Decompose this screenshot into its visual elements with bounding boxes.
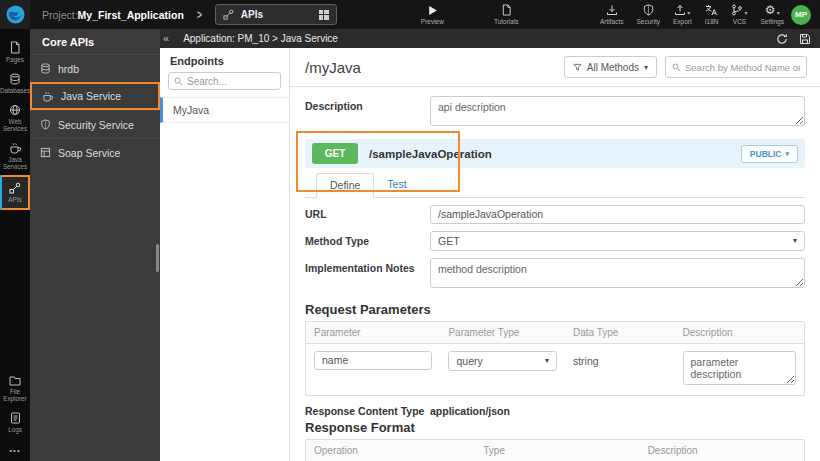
preview-label: Preview <box>421 18 444 25</box>
search-icon <box>174 77 183 86</box>
core-api-item-label: hrdb <box>58 63 79 75</box>
tutorials-button[interactable]: Tutorials <box>494 4 519 25</box>
column-header: Type <box>475 440 639 461</box>
table-row: query ▾ string parameter description <box>306 344 804 395</box>
more-icon[interactable]: ••• <box>9 438 20 461</box>
gear-icon: ⚙ <box>765 4 776 16</box>
refresh-icon[interactable] <box>776 33 788 45</box>
security-button[interactable]: Security <box>636 4 659 25</box>
topbar-tools: Artifacts Security ▾ Export I18N <box>600 4 784 25</box>
top-bar: Project:My_First_Application > APIs Prev… <box>0 0 820 29</box>
sidebar-item-apis[interactable]: APIs <box>0 175 30 210</box>
sidebar-item-logs[interactable]: Logs <box>0 407 30 438</box>
parameter-description-textarea[interactable]: parameter description <box>683 351 796 385</box>
method-type-row: Method Type GET ▾ <box>290 231 820 251</box>
main-content: /myJava All Methods ▾ Description api de… <box>290 48 820 461</box>
core-api-item-java-service[interactable]: Java Service <box>30 82 160 110</box>
core-api-item-label: Java Service <box>61 90 121 102</box>
play-icon <box>427 5 438 16</box>
security-label: Security <box>636 18 659 25</box>
implementation-notes-row: Implementation Notes method description <box>290 258 820 292</box>
core-api-item-soap-service[interactable]: Soap Service <box>30 138 160 166</box>
column-header: Operation <box>306 440 475 461</box>
parameter-name-input[interactable] <box>314 351 432 370</box>
translate-icon <box>705 4 718 16</box>
document-icon <box>501 4 512 16</box>
shield-icon <box>643 4 654 16</box>
sidebar-bottom-group: File Explorer Logs ••• <box>0 370 30 461</box>
implementation-notes-label: Implementation Notes <box>305 258 430 274</box>
apis-workspace-tab[interactable]: APIs <box>215 4 337 25</box>
core-api-item-hrdb[interactable]: hrdb <box>30 54 160 82</box>
upload-icon <box>674 4 686 16</box>
core-apis-panel: Core APIs hrdb Java Service Security Ser… <box>30 29 160 461</box>
response-content-type-row: Response Content Type application/json <box>290 405 820 417</box>
project-title: Project:My_First_Application <box>42 9 184 21</box>
artifacts-label: Artifacts <box>600 18 623 25</box>
database-icon <box>40 63 51 74</box>
endpoints-search-input[interactable] <box>187 76 275 87</box>
caret-down-icon: ▾ <box>644 63 648 72</box>
method-type-value: GET <box>438 235 460 247</box>
preview-button[interactable]: Preview <box>421 5 444 25</box>
description-textarea[interactable]: api description <box>430 96 805 126</box>
caret-down-icon: ▾ <box>793 236 797 245</box>
core-apis-scrollbar[interactable] <box>156 244 159 272</box>
method-search-input[interactable] <box>685 62 800 73</box>
page-title: /myJava <box>305 59 564 76</box>
parameter-type-select[interactable]: query ▾ <box>448 351 557 371</box>
download-icon <box>606 4 618 16</box>
request-parameters-table: Parameter Parameter Type Data Type Descr… <box>305 321 805 396</box>
endpoints-title: Endpoints <box>160 48 289 72</box>
response-format-table: Operation Type Description sampleJavaOpe… <box>305 439 805 461</box>
vcs-label: VCS <box>733 18 746 25</box>
method-type-select[interactable]: GET ▾ <box>430 231 805 251</box>
collapse-panel-icon[interactable]: « <box>163 33 169 44</box>
caret-down-icon: ▾ <box>785 150 789 158</box>
settings-label: Settings <box>761 18 785 25</box>
endpoint-item-myjava[interactable]: MyJava <box>160 97 289 123</box>
api-icon <box>223 9 234 20</box>
tab-define[interactable]: Define <box>316 173 374 198</box>
coffee-icon <box>9 142 22 154</box>
i18n-button[interactable]: I18N <box>705 4 719 25</box>
caret-down-icon: ▾ <box>545 356 549 365</box>
sidebar-item-pages[interactable]: Pages <box>0 36 30 68</box>
url-row: URL <box>290 204 820 224</box>
url-input[interactable] <box>430 205 805 224</box>
wavemaker-logo[interactable] <box>0 0 30 29</box>
breadcrumb-bar: « Application: PM_10 > Java Service <box>160 29 820 48</box>
response-content-type-value: application/json <box>430 405 510 417</box>
visibility-button[interactable]: PUBLIC ▾ <box>741 145 798 163</box>
column-header: Parameter <box>306 322 440 343</box>
database-icon <box>9 73 21 85</box>
artifacts-button[interactable]: Artifacts <box>600 4 623 25</box>
settings-button[interactable]: ⚙ ▾ Settings <box>761 4 785 25</box>
method-search[interactable] <box>665 56 807 78</box>
tab-test[interactable]: Test <box>374 173 419 198</box>
user-avatar[interactable]: MP <box>791 5 811 25</box>
core-api-item-security-service[interactable]: Security Service <box>30 110 160 138</box>
sidebar-item-web-services[interactable]: Web Services <box>0 99 30 137</box>
response-format-title: Response Format <box>305 420 805 435</box>
endpoints-search[interactable] <box>168 72 281 90</box>
sidebar-item-databases[interactable]: Databases <box>0 68 30 99</box>
left-icon-sidebar: Pages Databases Web Services Java Servic… <box>0 29 30 461</box>
save-icon[interactable] <box>799 33 811 45</box>
core-apis-title: Core APIs <box>30 29 160 54</box>
request-parameters-header-row: Parameter Parameter Type Data Type Descr… <box>306 322 804 344</box>
grid-icon[interactable] <box>319 10 329 20</box>
vcs-button[interactable]: ▾ VCS <box>731 4 747 25</box>
method-header[interactable]: GET /sampleJavaOperation PUBLIC ▾ <box>305 139 805 168</box>
logo-icon <box>6 5 25 24</box>
project-label: Project: <box>42 9 78 21</box>
description-label: Description <box>305 96 430 112</box>
sidebar-item-file-explorer[interactable]: File Explorer <box>0 370 30 407</box>
apis-tab-label: APIs <box>241 9 312 20</box>
column-header: Description <box>675 322 804 343</box>
folder-icon <box>9 375 21 386</box>
implementation-notes-textarea[interactable]: method description <box>430 258 805 288</box>
methods-filter-button[interactable]: All Methods ▾ <box>564 56 657 78</box>
export-button[interactable]: ▾ Export <box>673 4 692 25</box>
sidebar-item-java-services[interactable]: Java Services <box>0 137 30 175</box>
